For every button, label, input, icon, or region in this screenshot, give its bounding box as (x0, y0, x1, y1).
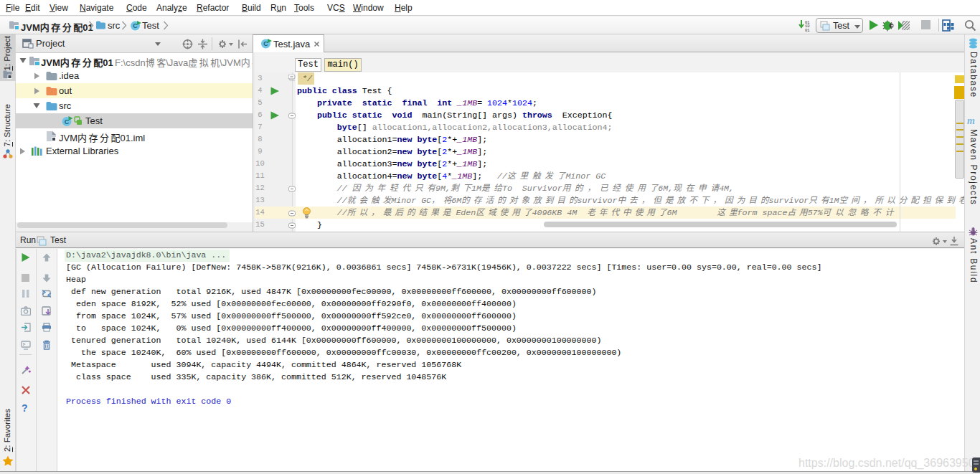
svg-text:01: 01 (805, 28, 810, 32)
